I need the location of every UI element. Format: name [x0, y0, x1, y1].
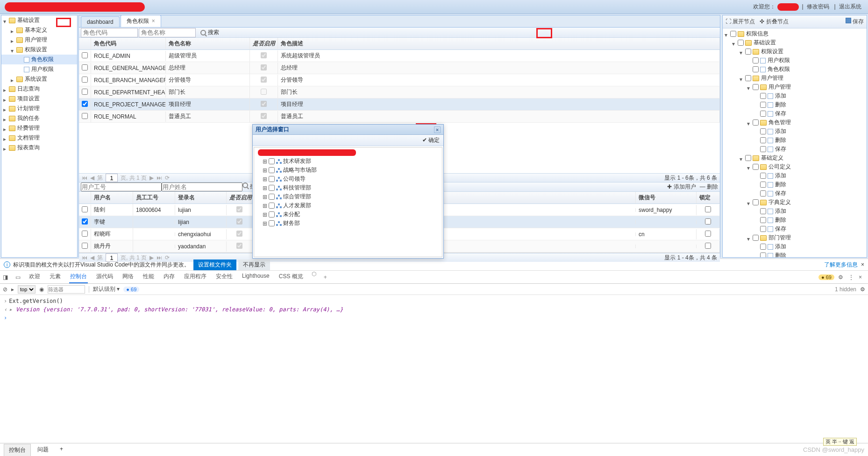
chevron-right-icon[interactable]	[3, 126, 8, 131]
dept-tree-node[interactable]: ⊞科技管理部	[255, 183, 441, 192]
dept-checkbox[interactable]	[269, 185, 275, 191]
enabled-checkbox[interactable]	[236, 231, 242, 237]
perm-tree-node[interactable]: 保存	[724, 189, 866, 198]
close-icon[interactable]: ×	[434, 126, 441, 133]
set-root-button[interactable]: 设置根文件夹	[193, 260, 236, 270]
perm-tree-node[interactable]: 用户管理	[724, 83, 866, 91]
nav-tree[interactable]: 基础设置基本定义用户管理权限设置角色权限用户权限系统设置日志查询项目设置计划管理…	[1, 15, 78, 258]
devtools-tab[interactable]: Lighthouse	[241, 271, 270, 283]
devtools-tab[interactable]: 源代码	[95, 271, 114, 283]
expand-icon[interactable]: ⊞	[263, 158, 267, 165]
enabled-checkbox[interactable]	[236, 218, 242, 224]
enabled-checkbox[interactable]	[261, 113, 267, 119]
col-username[interactable]: 用户名	[91, 192, 133, 203]
role-code-input[interactable]	[81, 28, 138, 37]
collapse-button[interactable]: ✜ 折叠节点	[760, 18, 788, 26]
filter-input[interactable]	[48, 285, 85, 294]
lock-checkbox[interactable]	[705, 231, 711, 237]
pager-first-icon[interactable]: ⏮	[82, 175, 87, 181]
devtools-tab[interactable]: 应用程序	[183, 271, 207, 283]
tab-dashboard[interactable]: dashboard	[81, 16, 120, 27]
devtools-tab[interactable]: 性能	[142, 271, 155, 283]
devtools-tab[interactable]: 内存	[163, 271, 176, 283]
nav-item[interactable]: 计划管理	[1, 104, 77, 113]
role-name-input[interactable]	[139, 28, 196, 37]
enabled-checkbox[interactable]	[261, 64, 267, 70]
nav-item[interactable]: 基础设置	[1, 15, 77, 25]
issues-badge[interactable]: ● 69	[818, 274, 834, 280]
perm-tree-node[interactable]: 用户权限	[724, 56, 866, 65]
devtools-tab[interactable]: 欢迎	[28, 271, 41, 283]
dept-tree[interactable]: ⊞技术研发部⊞战略与市场部⊞公司领导⊞科技管理部⊞综合管理部⊞人才发展部⊞未分配…	[254, 147, 442, 257]
chevron-icon[interactable]	[747, 236, 752, 240]
close-icon[interactable]: ×	[859, 274, 865, 281]
perm-tree-node[interactable]: 角色管理	[724, 118, 866, 127]
more-icon[interactable]: ⋮	[848, 274, 855, 281]
lock-checkbox[interactable]	[705, 206, 711, 212]
table-row[interactable]: ROLE_GENERAL_MANAGER总经理总经理	[79, 62, 720, 74]
perm-tree-node[interactable]: 删除	[724, 136, 866, 145]
perm-checkbox[interactable]	[738, 40, 744, 46]
expand-icon[interactable]: ⊞	[263, 211, 267, 218]
context-select[interactable]: top	[18, 285, 36, 294]
expand-icon[interactable]: ⊞	[263, 176, 267, 182]
permission-tree[interactable]: 权限信息基础设置权限设置用户权限角色权限用户管理用户管理添加删除保存角色管理添加…	[723, 28, 867, 257]
dept-checkbox[interactable]	[269, 176, 275, 182]
perm-tree-node[interactable]: 保存	[724, 224, 866, 233]
perm-tree-node[interactable]: 添加	[724, 242, 866, 251]
col-role-disabled[interactable]: 是否启用	[250, 38, 278, 49]
perm-tree-node[interactable]: 字典定义	[724, 198, 866, 207]
perm-tree-node[interactable]: 删除	[724, 180, 866, 189]
role-page-input[interactable]	[106, 174, 118, 182]
table-row[interactable]: ROLE_PROJECT_MANAGER项目经理项目经理	[79, 98, 720, 111]
row-checkbox[interactable]	[82, 77, 88, 83]
col-role-desc[interactable]: 角色描述	[278, 38, 720, 49]
perm-tree-node[interactable]: 公司定义	[724, 162, 866, 171]
col-wechat[interactable]: 微信号	[636, 192, 697, 203]
chevron-right-icon[interactable]	[3, 87, 8, 91]
perm-tree-node[interactable]: 删除	[724, 251, 866, 257]
perm-checkbox[interactable]	[753, 119, 759, 126]
pager-last-icon[interactable]: ⏭	[157, 175, 162, 181]
chevron-icon[interactable]	[740, 49, 744, 54]
close-icon[interactable]: ×	[861, 261, 864, 268]
row-checkbox[interactable]	[82, 206, 88, 212]
perm-checkbox[interactable]	[760, 208, 766, 214]
chevron-icon[interactable]	[747, 200, 752, 205]
tab-role-perm[interactable]: 角色权限×	[121, 15, 161, 27]
perm-checkbox[interactable]	[760, 173, 766, 179]
user-id-input[interactable]	[81, 182, 162, 191]
issue-pill[interactable]: ● 69	[123, 287, 139, 292]
perm-tree-node[interactable]: 部门管理	[724, 233, 866, 242]
chevron-icon[interactable]	[747, 165, 752, 169]
console-body[interactable]: ›Ext.getVersion() ‹▸ Version {version: '…	[0, 295, 868, 324]
table-row[interactable]: ROLE_NORMAL普通员工普通员工	[79, 111, 720, 123]
save-button[interactable]: 保存	[846, 18, 864, 26]
perm-tree-node[interactable]: 添加	[724, 127, 866, 136]
col-user-disabled[interactable]: 是否启用	[227, 192, 253, 203]
col-login[interactable]: 登录名	[175, 192, 227, 203]
dept-checkbox[interactable]	[269, 158, 275, 164]
perm-checkbox[interactable]	[760, 137, 766, 143]
pager-next-icon[interactable]: ▶	[149, 175, 154, 181]
devtools-tab[interactable]: 元素	[49, 271, 62, 283]
expand-button[interactable]: ⛶ 展开节点	[726, 18, 755, 26]
enabled-checkbox[interactable]	[236, 206, 242, 212]
perm-checkbox[interactable]	[760, 253, 766, 257]
perm-checkbox[interactable]	[760, 93, 766, 99]
perm-checkbox[interactable]	[745, 75, 751, 81]
dept-checkbox[interactable]	[269, 220, 275, 226]
devtools-tab[interactable]: CSS 概览	[278, 271, 304, 283]
devtools-tab[interactable]: 网络	[121, 271, 135, 283]
perm-tree-node[interactable]: 添加	[724, 171, 866, 180]
perm-tree-node[interactable]: 删除	[724, 100, 866, 109]
row-checkbox[interactable]	[82, 52, 88, 58]
chevron-right-icon[interactable]	[3, 106, 8, 111]
pager-refresh-icon[interactable]: ⟳	[165, 175, 170, 181]
chevron-icon[interactable]	[747, 85, 752, 90]
nav-item[interactable]: 用户管理	[1, 35, 77, 45]
enabled-checkbox[interactable]	[261, 89, 267, 95]
logout-link[interactable]: 退出系统	[839, 3, 861, 10]
chevron-down-icon[interactable]	[3, 18, 8, 23]
dept-tree-node[interactable]: ⊞未分配	[255, 210, 441, 219]
